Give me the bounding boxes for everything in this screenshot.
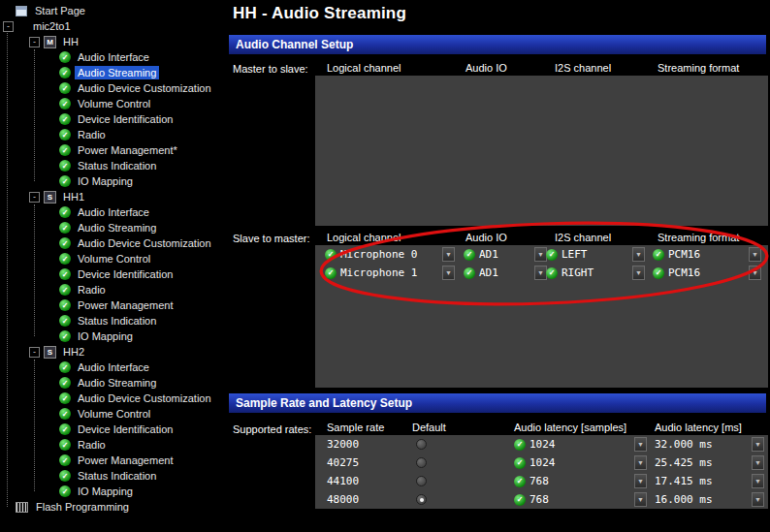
tree-item-label[interactable]: Volume Control: [75, 97, 153, 110]
check-icon: [325, 267, 337, 279]
column-header-default: Default: [412, 422, 446, 433]
tree-item-label[interactable]: Flash Programming: [33, 500, 132, 514]
dropdown-arrow-button[interactable]: ▼: [752, 455, 764, 470]
dropdown-arrow-button[interactable]: ▼: [632, 266, 645, 280]
dropdown-arrow-button[interactable]: ▼: [752, 474, 764, 488]
tree-item-status-indication: Status Indication: [0, 468, 225, 484]
check-icon: [59, 268, 71, 280]
tree-item-label[interactable]: IO Mapping: [75, 485, 136, 498]
tree-item-status-indication: Status Indication: [0, 158, 225, 173]
dropdown-arrow-button[interactable]: ▼: [442, 266, 455, 280]
check-icon: [653, 267, 664, 279]
tree-item-label[interactable]: Audio Device Customization: [75, 81, 214, 95]
tree-item-label[interactable]: Power Management*: [75, 143, 180, 157]
tree-item-label[interactable]: Power Management: [75, 454, 176, 467]
tree-item-label[interactable]: Status Indication: [75, 159, 159, 172]
cell-value: 768: [529, 475, 549, 487]
tree-item-volume-control: Volume Control: [0, 251, 225, 266]
check-icon: [59, 82, 71, 94]
dropdown-arrow-button[interactable]: ▼: [752, 492, 764, 507]
sample-rate-row: 320001024▼32.000 ms▼: [315, 435, 768, 454]
slave-to-master-label: Slave to master:: [233, 233, 309, 244]
column-header-sample-rate: Sample rate: [327, 422, 384, 433]
tree-item-label[interactable]: Audio Streaming: [75, 376, 159, 390]
slave-to-master-rows: Microphone 0▼AD1▼LEFT▼PCM16▼Microphone 1…: [315, 245, 768, 388]
tree-item-label[interactable]: Status Indication: [75, 314, 159, 328]
tree-item-label[interactable]: Device Identification: [75, 422, 176, 436]
check-icon: [59, 160, 71, 172]
tree-item-audio-device-customization: Audio Device Customization: [0, 391, 225, 406]
tree-item-label[interactable]: IO Mapping: [75, 174, 136, 188]
cell-value: 768: [529, 493, 549, 506]
supported-rates-label: Supported rates:: [233, 423, 311, 435]
tree-item-label[interactable]: HH2: [60, 345, 87, 359]
tree-item-label[interactable]: Audio Interface: [75, 205, 152, 219]
latency-ms-select: 16.000 ms▼: [655, 492, 764, 507]
i2s-channel-select: LEFT▼: [546, 247, 645, 262]
check-icon: [59, 237, 71, 249]
default-radio[interactable]: [416, 494, 427, 505]
page-title: HH - Audio Streaming: [233, 4, 406, 23]
tree-item-label[interactable]: Audio Interface: [75, 50, 152, 64]
check-icon: [59, 144, 71, 156]
tree-item-label[interactable]: mic2to1: [30, 19, 74, 33]
cell-value: PCM16: [668, 248, 700, 261]
tree-item-label[interactable]: Audio Device Customization: [75, 391, 214, 405]
dropdown-arrow-button[interactable]: ▼: [442, 247, 455, 262]
tree-item-volume-control: Volume Control: [0, 96, 225, 111]
tree-item-label[interactable]: Device Identification: [75, 112, 176, 126]
check-icon: [59, 330, 71, 342]
tree-item-label[interactable]: Volume Control: [75, 252, 153, 266]
collapse-expander-icon[interactable]: -: [29, 192, 40, 203]
start-page-icon: [16, 6, 27, 16]
check-icon: [59, 98, 71, 110]
cell-value: Microphone 1: [340, 266, 417, 279]
collapse-expander-icon[interactable]: -: [29, 347, 40, 358]
tree-item-label[interactable]: Audio Device Customization: [75, 236, 214, 250]
audio-io-select: AD1▼: [464, 266, 547, 280]
dropdown-arrow-button[interactable]: ▼: [634, 455, 647, 470]
check-icon: [464, 267, 475, 279]
collapse-expander-icon[interactable]: -: [29, 37, 40, 47]
check-icon: [59, 67, 71, 78]
collapse-expander-icon[interactable]: -: [3, 21, 14, 32]
tree-item-label[interactable]: HH1: [60, 190, 87, 203]
default-radio[interactable]: [416, 457, 427, 468]
dropdown-arrow-button[interactable]: ▼: [632, 247, 645, 262]
tree-item-label[interactable]: Radio: [75, 128, 109, 141]
tree-item-label[interactable]: Radio: [75, 283, 109, 297]
dropdown-arrow-button[interactable]: ▼: [634, 437, 647, 452]
dropdown-arrow-button[interactable]: ▼: [634, 474, 647, 488]
tree-item-label[interactable]: Status Indication: [75, 469, 159, 483]
default-radio[interactable]: [416, 476, 427, 486]
tree-item-label[interactable]: Audio Streaming: [75, 221, 159, 235]
default-radio[interactable]: [416, 439, 427, 450]
tree-item-label[interactable]: Power Management: [75, 298, 176, 312]
check-icon: [59, 485, 71, 497]
check-icon: [59, 222, 71, 234]
tree-item-audio-interface: Audio Interface: [0, 204, 225, 220]
dropdown-arrow-button[interactable]: ▼: [752, 437, 764, 452]
dropdown-arrow-button[interactable]: ▼: [749, 247, 761, 262]
streaming-format-select: PCM16▼: [653, 247, 761, 262]
column-header-logical-channel: Logical channel: [327, 232, 401, 243]
tree-item-power-management: Power Management: [0, 453, 225, 468]
table-header-row: Logical channel Audio IO I2S channel Str…: [315, 230, 768, 245]
tree-item-label[interactable]: Radio: [75, 438, 109, 452]
tree-item-label[interactable]: HH: [60, 35, 81, 48]
tree-item-label[interactable]: Device Identification: [75, 267, 176, 281]
tree-item-start-page: Start Page: [0, 3, 225, 18]
tree-item-radio: Radio: [0, 437, 225, 453]
tree-item-label[interactable]: Audio Streaming: [75, 66, 159, 79]
check-icon: [59, 377, 71, 389]
dropdown-arrow-button[interactable]: ▼: [634, 492, 647, 507]
table-header-row: Logical channel Audio IO I2S channel Str…: [315, 60, 768, 76]
sidebar-tree: Start Page-mic2to1-MHHAudio InterfaceAud…: [0, 0, 225, 532]
column-header-latency-ms: Audio latency [ms]: [655, 422, 742, 433]
tree-item-label[interactable]: IO Mapping: [75, 329, 136, 343]
tree-item-label[interactable]: Volume Control: [75, 407, 153, 421]
check-icon: [59, 284, 71, 296]
tree-item-label[interactable]: Audio Interface: [75, 360, 152, 374]
tree-item-label[interactable]: Start Page: [32, 4, 88, 17]
dropdown-arrow-button[interactable]: ▼: [749, 266, 761, 280]
